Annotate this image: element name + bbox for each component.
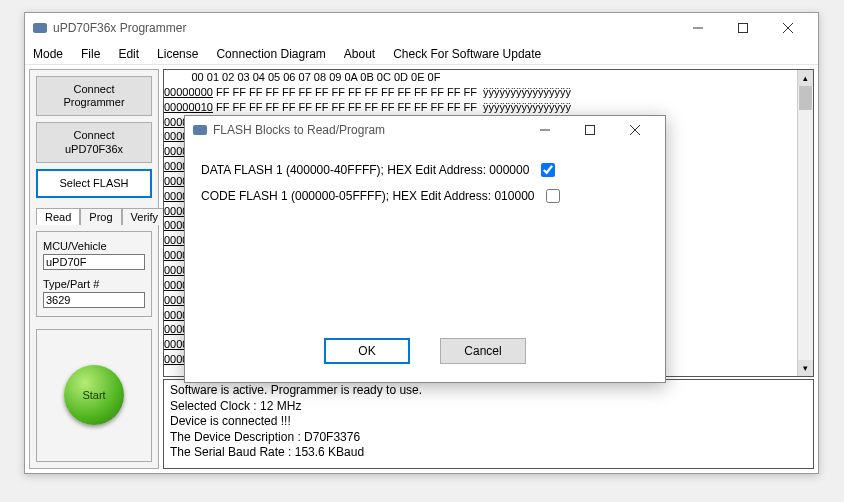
dialog-body: DATA FLASH 1 (400000-40FFFF); HEX Edit A… bbox=[185, 144, 665, 326]
tab-verify[interactable]: Verify bbox=[122, 208, 168, 225]
maximize-button[interactable] bbox=[720, 13, 765, 43]
log-line: The Device Description : D70F3376 bbox=[170, 430, 807, 446]
menu-license[interactable]: License bbox=[157, 47, 198, 61]
window-title: uPD70F36x Programmer bbox=[53, 21, 675, 35]
window-controls bbox=[675, 13, 810, 43]
menu-update[interactable]: Check For Software Update bbox=[393, 47, 541, 61]
scroll-thumb[interactable] bbox=[799, 86, 812, 110]
app-icon bbox=[33, 23, 47, 33]
log-line: Software is active. Programmer is ready … bbox=[170, 383, 807, 399]
dialog-close-button[interactable] bbox=[612, 115, 657, 145]
start-button[interactable]: Start bbox=[64, 365, 124, 425]
menu-connection[interactable]: Connection Diagram bbox=[216, 47, 325, 61]
start-label: Start bbox=[82, 389, 105, 401]
flash-option-1-checkbox[interactable] bbox=[541, 163, 555, 177]
flash-option-2-checkbox[interactable] bbox=[546, 189, 560, 203]
type-label: Type/Part # bbox=[43, 278, 145, 290]
flash-option-1-label: DATA FLASH 1 (400000-40FFFF); HEX Edit A… bbox=[201, 163, 529, 177]
tab-prog[interactable]: Prog bbox=[80, 208, 121, 225]
menu-about[interactable]: About bbox=[344, 47, 375, 61]
dialog-buttons: OK Cancel bbox=[185, 326, 665, 382]
close-button[interactable] bbox=[765, 13, 810, 43]
select-flash-button[interactable]: Select FLASH bbox=[36, 169, 152, 198]
main-titlebar[interactable]: uPD70F36x Programmer bbox=[25, 13, 818, 43]
log-line: Device is connected !!! bbox=[170, 414, 807, 430]
svg-rect-1 bbox=[738, 24, 747, 33]
connect-programmer-button[interactable]: Connect Programmer bbox=[36, 76, 152, 116]
menubar: Mode File Edit License Connection Diagra… bbox=[25, 43, 818, 65]
cancel-button[interactable]: Cancel bbox=[440, 338, 526, 364]
flash-option-2-label: CODE FLASH 1 (000000-05FFFF); HEX Edit A… bbox=[201, 189, 534, 203]
start-zone: Start bbox=[36, 329, 152, 462]
tab-read[interactable]: Read bbox=[36, 208, 80, 225]
dialog-titlebar[interactable]: FLASH Blocks to Read/Program bbox=[185, 116, 665, 144]
scroll-down-icon[interactable]: ▾ bbox=[798, 360, 813, 376]
log-line: Selected Clock : 12 MHz bbox=[170, 399, 807, 415]
flash-blocks-dialog: FLASH Blocks to Read/Program DATA FLASH … bbox=[184, 115, 666, 383]
type-input[interactable] bbox=[43, 292, 145, 308]
menu-edit[interactable]: Edit bbox=[118, 47, 139, 61]
menu-mode[interactable]: Mode bbox=[33, 47, 63, 61]
tab-panel-read: MCU/Vehicle Type/Part # bbox=[36, 231, 152, 317]
minimize-button[interactable] bbox=[675, 13, 720, 43]
mcu-label: MCU/Vehicle bbox=[43, 240, 145, 252]
log-line: The Serial Baud Rate : 153.6 KBaud bbox=[170, 445, 807, 461]
dialog-title: FLASH Blocks to Read/Program bbox=[213, 123, 522, 137]
svg-rect-5 bbox=[585, 126, 594, 135]
dialog-icon bbox=[193, 125, 207, 135]
hex-header: 00 01 02 03 04 05 06 07 08 09 0A 0B 0C 0… bbox=[164, 70, 813, 85]
hex-scrollbar[interactable]: ▴ ▾ bbox=[797, 70, 813, 376]
flash-option-1: DATA FLASH 1 (400000-40FFFF); HEX Edit A… bbox=[201, 160, 649, 180]
scroll-up-icon[interactable]: ▴ bbox=[798, 70, 813, 86]
connect-device-button[interactable]: Connect uPD70F36x bbox=[36, 122, 152, 162]
sidebar: Connect Programmer Connect uPD70F36x Sel… bbox=[29, 69, 159, 469]
action-tabs: Read Prog Verify bbox=[36, 208, 152, 225]
dialog-minimize-button[interactable] bbox=[522, 115, 567, 145]
mcu-input[interactable] bbox=[43, 254, 145, 270]
dialog-maximize-button[interactable] bbox=[567, 115, 612, 145]
status-log: Software is active. Programmer is ready … bbox=[163, 379, 814, 469]
ok-button[interactable]: OK bbox=[324, 338, 410, 364]
flash-option-2: CODE FLASH 1 (000000-05FFFF); HEX Edit A… bbox=[201, 186, 649, 206]
menu-file[interactable]: File bbox=[81, 47, 100, 61]
